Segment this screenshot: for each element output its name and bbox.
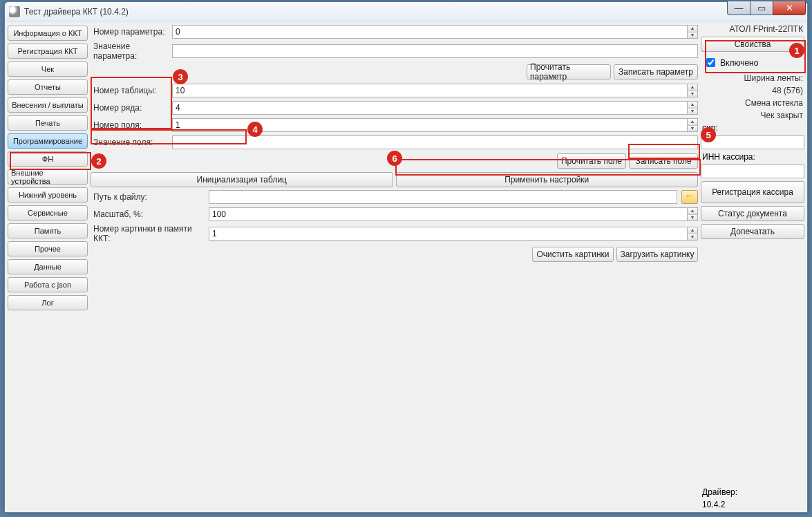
sidebar-item-data[interactable]: Данные xyxy=(8,259,88,274)
field-number-input[interactable] xyxy=(172,118,687,132)
left-sidebar: Информация о ККТ Регистрация ККТ Чек Отч… xyxy=(8,24,88,509)
right-panel: АТОЛ FPrint-22ПТК Свойства Включено Шири… xyxy=(701,24,804,509)
load-picture-button[interactable]: Загрузить картинку xyxy=(616,247,698,262)
sidebar-item-lowlevel[interactable]: Нижний уровень xyxy=(8,187,88,203)
enabled-checkbox[interactable] xyxy=(706,58,715,67)
sidebar-item-json[interactable]: Работа с json xyxy=(8,277,88,292)
sidebar-item-reports[interactable]: Отчеты xyxy=(8,79,88,95)
param-value-input[interactable] xyxy=(172,44,698,58)
field-value-label: Значение поля: xyxy=(91,138,168,147)
main-panel: Номер параметра: ▲▼ Значение параметра: … xyxy=(91,24,698,509)
cashier-label-cut: сир: xyxy=(701,123,804,133)
close-button[interactable]: ✕ xyxy=(773,1,806,15)
driver-label: Драйвер: xyxy=(701,487,804,497)
tape-width-label: Ширина ленты: xyxy=(701,73,804,83)
maximize-button[interactable]: ▭ xyxy=(750,1,773,15)
row-number-label: Номер ряда: xyxy=(91,103,168,113)
check-status: Чек закрыт xyxy=(701,111,804,120)
param-number-spinner[interactable]: ▲▼ xyxy=(687,25,698,39)
param-number-input[interactable] xyxy=(172,25,687,39)
browse-file-button[interactable]: 📁 xyxy=(681,190,698,204)
row-number-input[interactable] xyxy=(172,101,687,115)
init-tables-button[interactable]: Инициализация таблиц xyxy=(91,172,393,187)
read-field-button[interactable]: Прочитать поле xyxy=(557,153,626,169)
sidebar-item-cashinout[interactable]: Внесения / выплаты xyxy=(8,97,88,113)
clear-pictures-button[interactable]: Очистить картинки xyxy=(532,247,614,262)
table-number-spinner[interactable]: ▲▼ xyxy=(687,84,698,97)
sidebar-item-programming[interactable]: Программирование xyxy=(8,133,88,149)
document-status-button[interactable]: Статус документа xyxy=(701,206,804,221)
row-number-spinner[interactable]: ▲▼ xyxy=(687,101,698,115)
sidebar-item-other[interactable]: Прочее xyxy=(8,241,88,256)
sidebar-item-receipt[interactable]: Чек xyxy=(8,62,88,77)
titlebar: Тест драйвера ККТ (10.4.2) — ▭ ✕ xyxy=(5,2,807,21)
sidebar-item-external[interactable]: Внешние устройства xyxy=(8,169,88,185)
param-number-label: Номер параметра: xyxy=(91,27,168,37)
folder-icon: 📁 xyxy=(686,194,694,201)
table-number-input[interactable] xyxy=(172,84,687,97)
field-value-input[interactable] xyxy=(172,135,698,149)
register-cashier-button[interactable]: Регистрация кассира xyxy=(701,181,804,203)
field-number-spinner[interactable]: ▲▼ xyxy=(687,118,698,132)
file-path-label: Путь к файлу: xyxy=(91,192,205,202)
sidebar-item-log[interactable]: Лог xyxy=(8,295,88,310)
scale-input[interactable] xyxy=(209,207,687,221)
write-field-button[interactable]: Записать поле xyxy=(629,153,698,169)
field-number-label: Номер поля: xyxy=(91,120,168,130)
file-path-input[interactable] xyxy=(209,190,677,204)
reprint-button[interactable]: Допечатать xyxy=(701,224,804,239)
picture-number-spinner[interactable]: ▲▼ xyxy=(687,227,698,241)
minimize-button[interactable]: — xyxy=(727,1,750,15)
picture-number-input[interactable] xyxy=(209,227,687,241)
sidebar-item-fn[interactable]: ФН xyxy=(8,151,88,167)
param-value-label: Значение параметра: xyxy=(91,41,168,61)
apply-settings-button[interactable]: Применить настройки xyxy=(396,172,699,187)
sidebar-item-registration[interactable]: Регистрация ККТ xyxy=(8,44,88,59)
sidebar-item-service[interactable]: Сервисные xyxy=(8,205,88,220)
table-number-label: Номер таблицы: xyxy=(91,86,168,95)
device-name: АТОЛ FPrint-22ПТК xyxy=(701,24,804,34)
window-title: Тест драйвера ККТ (10.4.2) xyxy=(24,7,129,17)
picture-number-label: Номер картинки в памяти ККТ: xyxy=(91,224,205,243)
properties-button[interactable]: Свойства xyxy=(701,37,804,52)
cashier-inn-label: ИНН кассира: xyxy=(701,152,804,162)
write-param-button[interactable]: Записать параметр xyxy=(614,64,698,79)
shift-status: Смена истекла xyxy=(701,98,804,108)
sidebar-item-info[interactable]: Информация о ККТ xyxy=(8,26,88,41)
read-param-button[interactable]: Прочитать параметр xyxy=(527,64,611,79)
cashier-input[interactable] xyxy=(701,135,804,149)
sidebar-item-memory[interactable]: Память xyxy=(8,223,88,238)
sidebar-item-print[interactable]: Печать xyxy=(8,115,88,131)
cashier-inn-input[interactable] xyxy=(701,164,804,178)
scale-label: Масштаб, %: xyxy=(91,209,205,219)
scale-spinner[interactable]: ▲▼ xyxy=(687,207,698,221)
tape-width-value: 48 (576) xyxy=(701,86,804,95)
driver-version: 10.4.2 xyxy=(701,500,804,509)
enabled-label: Включено xyxy=(720,58,758,68)
app-icon xyxy=(9,6,20,17)
